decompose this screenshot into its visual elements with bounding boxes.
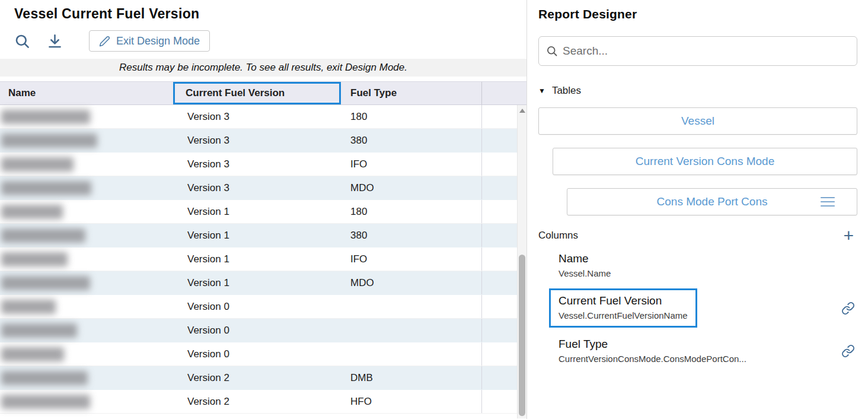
- table-row[interactable]: Version 0: [0, 319, 526, 342]
- add-column-icon[interactable]: +: [843, 228, 857, 243]
- column-item-box: Current Fuel Version Vessel.CurrentFuelV…: [549, 288, 697, 328]
- cell-current-fuel-version: Version 0: [173, 319, 341, 342]
- designer-search-box[interactable]: [538, 36, 857, 66]
- cell-name: [0, 176, 173, 199]
- table-row[interactable]: Version 3 380: [0, 129, 526, 153]
- redacted-name: [1, 228, 85, 243]
- redacted-name: [1, 276, 90, 290]
- link-icon[interactable]: [841, 301, 857, 315]
- redacted-name: [1, 395, 90, 409]
- designer-columns: Name Vessel.Name Current Fuel Version Ve…: [538, 252, 857, 364]
- cell-name: [0, 295, 173, 318]
- cell-current-fuel-version: Version 3: [173, 176, 341, 199]
- designer-tables: Vessel Current Version Cons Mode Cons Mo…: [538, 107, 857, 215]
- columns-section-label: Columns: [538, 230, 578, 242]
- download-icon[interactable]: [47, 33, 63, 49]
- column-item-path: CurrentVersionConsMode.ConsModePortCon..…: [559, 354, 746, 364]
- redacted-name: [1, 157, 74, 172]
- cell-fuel-type: [341, 342, 481, 366]
- cell-name: [0, 247, 173, 271]
- redacted-name: [1, 252, 68, 266]
- cell-current-fuel-version: Version 1: [173, 224, 341, 247]
- cell-fuel-type: 380: [341, 224, 481, 247]
- table-row[interactable]: Version 1 MDO: [0, 271, 526, 295]
- cell-current-fuel-version: Version 3: [173, 105, 341, 128]
- column-item[interactable]: Fuel Type CurrentVersionConsMode.ConsMod…: [538, 338, 857, 364]
- cell-fuel-type: 180: [341, 105, 481, 128]
- up-arrow-icon: [519, 109, 525, 113]
- column-header-current-fuel-version-highlighted[interactable]: Current Fuel Version: [173, 82, 341, 104]
- column-item[interactable]: Current Fuel Version Vessel.CurrentFuelV…: [538, 288, 857, 328]
- vertical-scrollbar[interactable]: [517, 105, 526, 418]
- table-button-label: Vessel: [681, 115, 714, 128]
- redacted-name: [1, 323, 77, 338]
- table-button[interactable]: Current Version Cons Mode: [553, 148, 857, 175]
- report-designer-panel: Report Designer ▼ Tables Vessel Current …: [526, 0, 868, 419]
- table-button-label: Cons Mode Port Cons: [657, 195, 768, 208]
- cell-current-fuel-version: Version 3: [173, 129, 341, 152]
- table-row[interactable]: Version 2 DMB: [0, 366, 526, 390]
- cell-current-fuel-version: Version 0: [173, 342, 341, 366]
- cell-fuel-type: MDO: [341, 176, 481, 199]
- column-item-box: Fuel Type CurrentVersionConsMode.ConsMod…: [559, 338, 746, 364]
- scrollbar-thumb[interactable]: [519, 255, 525, 416]
- table-button-label: Current Version Cons Mode: [636, 155, 774, 168]
- table-row[interactable]: Version 0: [0, 342, 526, 366]
- table-row[interactable]: Version 2 HFO: [0, 390, 526, 414]
- cell-name: [0, 342, 173, 366]
- columns-section-header: Columns +: [538, 228, 857, 243]
- column-item-box: Name Vessel.Name: [559, 252, 611, 278]
- page-title: Vessel Current Fuel Version: [0, 0, 526, 22]
- cell-fuel-type: [341, 295, 481, 318]
- menu-icon[interactable]: [820, 196, 835, 208]
- column-item-path: Vessel.CurrentFuelVersionName: [559, 310, 688, 320]
- cell-fuel-type: [341, 319, 481, 342]
- table-row[interactable]: Version 3 180: [0, 105, 526, 129]
- cell-fuel-type: MDO: [341, 271, 481, 294]
- search-icon[interactable]: [14, 33, 30, 49]
- cell-name: [0, 390, 173, 413]
- link-icon[interactable]: [841, 344, 857, 358]
- tables-section-label: Tables: [552, 85, 581, 97]
- column-header-fuel-type[interactable]: Fuel Type: [341, 82, 481, 104]
- redacted-name: [1, 347, 64, 361]
- cell-fuel-type: 180: [341, 200, 481, 223]
- redacted-name: [1, 134, 97, 148]
- designer-search-input[interactable]: [563, 45, 850, 58]
- cell-fuel-type: 380: [341, 129, 481, 152]
- table-button[interactable]: Vessel: [538, 107, 857, 135]
- table-row[interactable]: Version 1 180: [0, 200, 526, 224]
- cell-name: [0, 129, 173, 152]
- tables-section-header[interactable]: ▼ Tables: [538, 85, 857, 97]
- column-header-name[interactable]: Name: [0, 82, 173, 104]
- cell-fuel-type: HFO: [341, 390, 481, 413]
- table-header: Name Current Fuel Version Fuel Type: [0, 81, 526, 105]
- design-mode-banner: Results may be incomplete. To see all re…: [0, 59, 526, 77]
- report-pane: Vessel Current Fuel Version Exit Design: [0, 0, 526, 419]
- table-row[interactable]: Version 0: [0, 295, 526, 319]
- pencil-icon: [99, 36, 110, 47]
- table-row[interactable]: Version 3 IFO: [0, 153, 526, 176]
- redacted-name: [1, 205, 63, 219]
- cell-name: [0, 319, 173, 342]
- cell-name: [0, 200, 173, 223]
- column-item-label: Current Fuel Version: [559, 294, 688, 307]
- redacted-name: [1, 110, 90, 124]
- column-item[interactable]: Name Vessel.Name: [538, 252, 857, 278]
- cell-current-fuel-version: Version 3: [173, 153, 341, 176]
- cell-name: [0, 153, 173, 176]
- table-row[interactable]: Version 3 MDO: [0, 176, 526, 200]
- table-row[interactable]: Version 1 380: [0, 224, 526, 247]
- exit-design-mode-label: Exit Design Mode: [116, 35, 200, 47]
- redacted-name: [1, 181, 91, 195]
- table-button[interactable]: Cons Mode Port Cons: [567, 188, 857, 215]
- chevron-down-icon: ▼: [538, 87, 545, 94]
- designer-title: Report Designer: [538, 6, 857, 21]
- scrollbar-up-arrow[interactable]: [518, 105, 526, 116]
- cell-current-fuel-version: Version 2: [173, 366, 341, 389]
- column-header-filler: [481, 82, 526, 104]
- cell-name: [0, 366, 173, 389]
- exit-design-mode-button[interactable]: Exit Design Mode: [89, 30, 210, 52]
- redacted-name: [1, 300, 56, 314]
- table-row[interactable]: Version 1 IFO: [0, 247, 526, 271]
